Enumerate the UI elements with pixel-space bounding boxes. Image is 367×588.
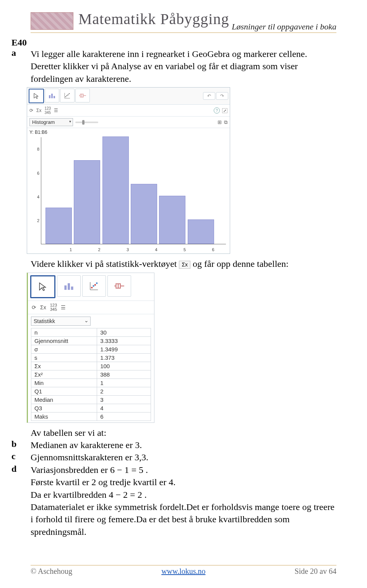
- histogram-bar: [188, 219, 214, 244]
- stats-view-dropdown[interactable]: Statistikk: [31, 317, 91, 326]
- geogebra-histogram-panel: ↶ ↷ ⟳ Σx 123345 ☰ ? ⤢ Histogram: [27, 87, 230, 254]
- sigma-x-icon[interactable]: Σx: [36, 108, 41, 113]
- redo-button[interactable]: ↷: [216, 92, 228, 100]
- svg-point-19: [93, 285, 94, 286]
- stat-value-cell: 1.3499: [97, 345, 151, 353]
- histogram-toolbar: ↶ ↷: [27, 88, 230, 105]
- histogram-bar: [74, 160, 100, 244]
- svg-rect-13: [64, 285, 67, 290]
- page-footer: © Aschehoug www.lokus.no Side 20 av 64: [31, 565, 336, 576]
- svg-point-8: [69, 93, 70, 94]
- table-row: Min1: [31, 378, 151, 387]
- histogram-bar: [131, 184, 157, 244]
- source-toggle-icon[interactable]: ⟳: [29, 108, 33, 113]
- svg-point-6: [67, 95, 67, 96]
- fraction-icon-stats[interactable]: 123345: [50, 303, 57, 312]
- bin-width-slider[interactable]: [75, 122, 98, 123]
- table-row: s1.373: [31, 353, 151, 362]
- table-row: Σx²388: [31, 370, 151, 378]
- scatter-tool-stats[interactable]: [82, 275, 106, 297]
- stat-name-cell: Σx²: [31, 370, 97, 378]
- fraction-icon[interactable]: 123345: [44, 106, 51, 115]
- expand-icon[interactable]: ⤢: [222, 108, 227, 113]
- table-row: σ1.3499: [31, 345, 151, 353]
- scatter-tool[interactable]: [60, 89, 75, 102]
- histogram-subtoolbar: ⟳ Σx 123345 ☰ ? ⤢: [27, 105, 230, 117]
- list-icon[interactable]: ☰: [54, 108, 58, 113]
- header-subtitle: Løsninger til oppgavene i boka: [232, 22, 336, 32]
- table-intro-text: Av tabellen ser vi at:: [31, 427, 336, 439]
- part-label-a: a: [11, 48, 31, 58]
- stat-value-cell: 1.373: [97, 353, 151, 362]
- stat-value-cell: 388: [97, 370, 151, 378]
- page-header: Matematikk Påbygging Løsninger til oppga…: [31, 11, 336, 33]
- svg-rect-15: [71, 286, 73, 290]
- pointer-tool[interactable]: [29, 89, 44, 103]
- stat-value-cell: 3.3333: [97, 336, 151, 345]
- svg-point-7: [68, 94, 68, 95]
- svg-rect-2: [54, 96, 55, 98]
- add-view-icon[interactable]: ⊞: [218, 119, 222, 125]
- bar-chart-tool[interactable]: [45, 89, 59, 102]
- footer-copyright: © Aschehoug: [31, 567, 72, 576]
- y-tick-label: 6: [37, 171, 39, 175]
- stat-name-cell: s: [31, 353, 97, 362]
- part-label-c: c: [11, 451, 31, 461]
- histogram-bar: [45, 208, 72, 244]
- statistics-tool-icon: Σx: [179, 261, 190, 269]
- inter-text-1: Videre klikker vi på statistikk-verktøye…: [31, 258, 336, 270]
- chart-area: 2468 123456: [27, 135, 230, 253]
- help-icon[interactable]: ?: [214, 107, 220, 114]
- table-row: Q34: [31, 404, 151, 412]
- stat-value-cell: 30: [97, 328, 151, 336]
- stat-name-cell: Σx: [31, 362, 97, 370]
- stats-subtoolbar: ⟳ Σx 123345 ☰: [28, 301, 154, 314]
- x-tick-label: 6: [212, 247, 214, 252]
- boxplot-tool-stats[interactable]: [107, 275, 131, 297]
- bar-chart-tool-stats[interactable]: [57, 275, 81, 297]
- brand-logo: [31, 12, 73, 30]
- svg-point-5: [65, 96, 66, 97]
- table-row: Q12: [31, 387, 151, 395]
- y-tick-label: 2: [37, 218, 39, 223]
- y-tick-label: 4: [37, 195, 39, 199]
- part-d-text: Variasjonsbredden er 6 − 1 = 5 . Første …: [31, 464, 336, 538]
- boxplot-tool[interactable]: [75, 89, 90, 102]
- footer-link[interactable]: www.lokus.no: [161, 567, 205, 576]
- part-label-b: b: [11, 439, 31, 449]
- stat-name-cell: Maks: [31, 412, 97, 421]
- stat-name-cell: Median: [31, 395, 97, 404]
- svg-point-20: [94, 284, 96, 286]
- svg-rect-14: [68, 283, 70, 289]
- brand-title: Matematikk Påbygging: [78, 10, 229, 28]
- statistics-table: n30Gjennomsnitt3.3333σ1.3499s1.373Σx100Σ…: [31, 328, 151, 421]
- stat-name-cell: Q1: [31, 387, 97, 395]
- table-row: Gjennomsnitt3.3333: [31, 336, 151, 345]
- stat-value-cell: 6: [97, 412, 151, 421]
- list-icon-stats[interactable]: ☰: [61, 304, 66, 310]
- x-tick-label: 2: [98, 247, 101, 252]
- histogram-bar: [159, 196, 185, 244]
- pointer-tool-stats[interactable]: [30, 275, 55, 298]
- svg-rect-0: [49, 95, 50, 98]
- popout-icon[interactable]: ⧉: [224, 119, 227, 125]
- sigma-x-icon-stats[interactable]: Σx: [40, 304, 46, 310]
- chart-type-dropdown[interactable]: Histogram: [29, 118, 73, 126]
- histogram-bar: [102, 136, 129, 244]
- stat-value-cell: 3: [97, 395, 151, 404]
- stats-toolbar: [28, 273, 154, 301]
- table-row: Median3: [31, 395, 151, 404]
- svg-rect-1: [51, 94, 53, 98]
- data-source-label: Y: B1:B6: [27, 128, 230, 135]
- stat-name-cell: Gjennomsnitt: [31, 336, 97, 345]
- x-tick-label: 1: [70, 247, 72, 252]
- stat-value-cell: 1: [97, 378, 151, 387]
- svg-point-18: [91, 287, 93, 288]
- x-tick-label: 5: [184, 247, 186, 252]
- source-toggle-icon-stats[interactable]: ⟳: [32, 304, 36, 310]
- stat-value-cell: 2: [97, 387, 151, 395]
- undo-button[interactable]: ↶: [203, 92, 215, 100]
- table-row: Σx100: [31, 362, 151, 370]
- stat-name-cell: Q3: [31, 404, 97, 412]
- part-c-text: Gjennomsnittskarakteren er 3,3.: [31, 451, 336, 463]
